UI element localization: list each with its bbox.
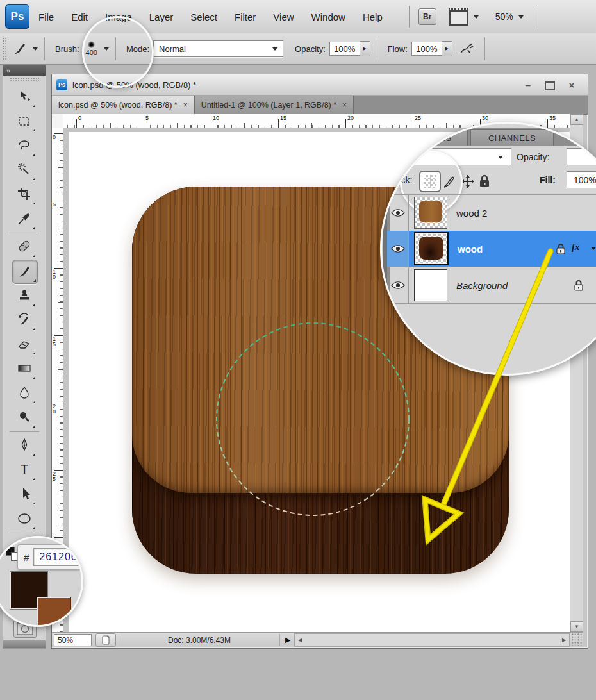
layer-opacity-field[interactable]	[567, 148, 596, 165]
toolbar-collapse-button[interactable]: »	[3, 65, 46, 76]
document-title: icon.psd @ 50% (wood, RGB/8) *	[72, 80, 196, 90]
menu-image[interactable]: Image	[105, 12, 132, 22]
document-ps-icon: Ps	[56, 79, 67, 90]
flow-field[interactable]: 100%	[411, 42, 442, 56]
workspace-dropdown-arrow-icon[interactable]	[474, 15, 479, 19]
crop-tool[interactable]	[12, 183, 37, 206]
layer-fx-badge[interactable]: fx	[572, 242, 580, 253]
ellipse-shape-tool[interactable]	[12, 507, 37, 530]
dodge-tool[interactable]	[12, 406, 37, 429]
layer-row-wood2[interactable]: wood 2	[387, 194, 596, 231]
type-tool[interactable]: T	[12, 458, 37, 481]
layer-row-background[interactable]: Background	[387, 267, 596, 304]
flow-label: Flow:	[388, 44, 408, 54]
ruler-label: 0	[53, 135, 58, 140]
blur-tool[interactable]	[12, 381, 37, 404]
ruler-label: 5	[145, 115, 149, 121]
ruler-label: 15	[53, 337, 58, 347]
menu-help[interactable]: Help	[363, 12, 383, 22]
selection-marching-ants[interactable]	[215, 322, 410, 517]
layer-lock-badge-icon	[555, 242, 567, 258]
options-separator	[44, 37, 45, 60]
magic-wand-tool[interactable]	[12, 158, 37, 181]
maximize-button[interactable]	[543, 78, 557, 91]
workspace-switcher-icon[interactable]	[449, 8, 468, 26]
status-zoom-field[interactable]: 50%	[54, 634, 92, 646]
svg-text:T: T	[21, 462, 28, 476]
brush-preview[interactable]: 400	[86, 41, 97, 56]
brush-tool-icon[interactable]	[12, 41, 30, 56]
rectangular-marquee-tool[interactable]	[12, 110, 37, 133]
close-button[interactable]: ×	[565, 78, 579, 91]
menu-file[interactable]: File	[38, 12, 54, 22]
airbrush-toggle-icon[interactable]	[459, 41, 478, 56]
launch-bridge-button[interactable]: Br	[418, 8, 436, 25]
visibility-cell[interactable]	[387, 231, 409, 267]
scroll-right-icon[interactable]: ▶	[559, 634, 569, 646]
tab-icon-psd[interactable]: icon.psd @ 50% (wood, RGB/8) * ×	[52, 96, 195, 114]
layer-name[interactable]: Background	[456, 280, 508, 291]
scroll-down-icon[interactable]: ▼	[570, 621, 583, 632]
flow-slider-button[interactable]: ▶	[442, 41, 452, 56]
menu-layer[interactable]: Layer	[149, 12, 174, 22]
zoom-dropdown-arrow-icon[interactable]	[518, 15, 524, 19]
ruler-label: 30	[482, 115, 488, 121]
tab-untitled-1[interactable]: Untitled-1 @ 100% (Layer 1, RGB/8) * ×	[195, 96, 354, 114]
ruler-label: 15	[280, 115, 286, 121]
document-titlebar[interactable]: Ps icon.psd @ 50% (wood, RGB/8) * – ×	[52, 74, 588, 96]
path-selection-tool[interactable]	[12, 483, 37, 506]
layer-thumbnail[interactable]	[414, 269, 447, 301]
history-brush-tool[interactable]	[12, 308, 37, 331]
opacity-field[interactable]: 100%	[329, 42, 360, 56]
clone-stamp-tool[interactable]	[12, 284, 37, 307]
tab-close-icon[interactable]: ×	[342, 101, 347, 110]
layer-thumbnail[interactable]	[414, 232, 449, 265]
mode-label: Mode:	[126, 44, 149, 54]
layer-name[interactable]: wood	[458, 244, 483, 254]
menu-edit[interactable]: Edit	[71, 12, 88, 22]
tool-preset-arrow-icon[interactable]	[33, 47, 38, 51]
status-flyout-arrow-icon[interactable]: ▶	[285, 636, 290, 644]
doc-size-readout[interactable]: Doc: 3.00M/6.43M	[119, 634, 280, 646]
scroll-left-icon[interactable]: ◀	[295, 634, 305, 646]
lock-all-icon[interactable]	[478, 174, 491, 189]
app-zoom-value[interactable]: 50%	[495, 12, 513, 22]
move-tool[interactable]	[12, 85, 37, 108]
eraser-tool[interactable]	[12, 333, 37, 356]
toolbar-footer	[3, 640, 46, 648]
layer-thumbnail[interactable]	[414, 197, 447, 229]
layer-row-wood[interactable]: wood fx	[387, 231, 596, 267]
pen-tool[interactable]	[12, 434, 37, 457]
visibility-cell[interactable]	[387, 267, 409, 303]
opacity-slider-button[interactable]: ▶	[360, 41, 370, 56]
fill-field[interactable]: 100%	[567, 171, 596, 188]
app-zoom-control[interactable]: 50%	[495, 12, 524, 22]
menu-view[interactable]: View	[273, 12, 294, 22]
horizontal-scrollbar[interactable]: ◀ ▶	[294, 633, 570, 647]
toolbar-grip[interactable]	[10, 78, 39, 82]
visibility-cell[interactable]	[387, 195, 409, 231]
menu-select[interactable]: Select	[190, 12, 217, 22]
status-page-icon[interactable]	[95, 633, 116, 647]
menu-filter[interactable]: Filter	[235, 12, 256, 22]
menu-window[interactable]: Window	[311, 12, 345, 22]
brush-picker-arrow-icon[interactable]	[104, 47, 109, 51]
brush-tool[interactable]	[12, 260, 38, 284]
gradient-tool[interactable]	[12, 357, 37, 380]
layer-name[interactable]: wood 2	[456, 208, 487, 219]
fx-expand-arrow-icon[interactable]	[591, 247, 596, 250]
hex-hash-label: #	[24, 552, 29, 563]
window-resize-grip[interactable]	[571, 633, 583, 646]
scroll-up-icon[interactable]: ▲	[570, 114, 583, 125]
lasso-tool[interactable]	[12, 134, 37, 157]
eye-icon	[391, 208, 405, 217]
eyedropper-tool[interactable]	[12, 207, 37, 230]
eye-icon	[391, 281, 405, 290]
minimize-button[interactable]: –	[521, 78, 535, 91]
tab-channels[interactable]: CHANNELS	[470, 129, 554, 146]
ruler-label: 5	[53, 202, 58, 207]
options-grip[interactable]	[3, 37, 7, 60]
tab-close-icon[interactable]: ×	[183, 101, 188, 110]
spot-healing-brush-tool[interactable]	[12, 235, 37, 258]
blend-mode-dropdown[interactable]: Normal	[153, 40, 283, 57]
